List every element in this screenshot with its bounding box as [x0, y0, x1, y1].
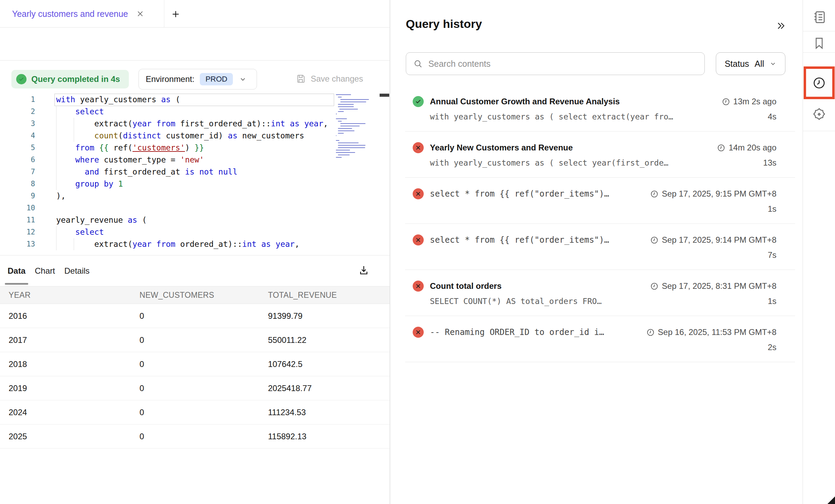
minimap-line	[336, 114, 337, 114]
error-x-icon	[413, 188, 424, 199]
history-item[interactable]: -- Renaming ORDER_ID to order_id i…Sep 1…	[405, 316, 795, 362]
query-history-list: Annual Customer Growth and Revenue Analy…	[405, 85, 795, 362]
sql-editor[interactable]: 12345678910111213 with yearly_customers …	[0, 92, 390, 255]
editor-scrollbar-thumb[interactable]	[380, 94, 389, 97]
minimap-line	[338, 155, 350, 155]
minimap-line	[340, 123, 365, 124]
table-row: 2016091399.79	[0, 304, 390, 328]
collapse-panel-icon[interactable]	[773, 19, 788, 33]
resize-handle[interactable]	[827, 496, 835, 504]
close-tab-icon[interactable]	[134, 8, 146, 20]
query-status-text: Query completed in 4s	[31, 74, 120, 84]
error-x-icon	[413, 142, 424, 153]
indent-guide	[74, 238, 74, 250]
minimap-line	[338, 121, 341, 122]
notebook-icon[interactable]	[811, 9, 827, 25]
code-line: group by 1	[56, 178, 328, 190]
right-icon-rail	[803, 0, 835, 504]
chevron-down-icon	[239, 75, 247, 83]
history-item-duration: 1s	[768, 296, 776, 306]
line-number: 8	[0, 178, 35, 190]
history-item[interactable]: Yearly New Customers and Revenue14m 20s …	[405, 132, 795, 178]
table-cell: 0	[131, 359, 262, 369]
editor-code[interactable]: with yearly_customers as ( select extrac…	[56, 94, 328, 250]
column-header: TOTAL_REVENUE	[262, 291, 390, 300]
minimap-line	[338, 130, 354, 131]
minimap-line	[336, 94, 351, 95]
history-item-title: Count total orders	[430, 281, 502, 291]
history-item[interactable]: Annual Customer Growth and Revenue Analy…	[405, 85, 795, 132]
search-input[interactable]	[428, 59, 698, 69]
code-line: ),	[56, 190, 328, 202]
table-row: 20170550011.22	[0, 328, 390, 352]
editor-minimap[interactable]	[336, 94, 379, 159]
active-icon-highlight	[804, 66, 835, 99]
line-number: 6	[0, 154, 35, 166]
history-item[interactable]: select * from {{ ref("order_items")…Sep …	[405, 224, 795, 270]
search-icon	[413, 59, 423, 69]
table-cell: 2025	[0, 432, 131, 441]
minimap-line	[338, 147, 365, 148]
clock-icon	[646, 328, 655, 337]
code-line: and first_ordered_at is not null	[56, 166, 328, 178]
history-item-duration: 7s	[768, 250, 776, 260]
line-number: 2	[0, 106, 35, 118]
table-cell: 91399.79	[262, 311, 390, 321]
insight-header: BL Your saved insight Develop Run	[0, 28, 390, 61]
history-item-timestamp: Sep 16, 2025, 11:53 PM GMT+8	[646, 327, 776, 337]
history-item-timestamp: 14m 20s ago	[717, 143, 776, 153]
query-history-panel: Query history Status All Annual Customer…	[390, 0, 803, 504]
minimap-line	[336, 140, 339, 141]
dbt-icon[interactable]	[811, 106, 827, 123]
results-tab-chart[interactable]: Chart	[35, 257, 55, 285]
history-item-timestamp: Sep 17, 2025, 9:15 PM GMT+8	[650, 189, 776, 199]
clock-icon	[722, 97, 730, 106]
clock-icon	[650, 282, 659, 291]
code-line: select	[56, 226, 328, 238]
history-item[interactable]: select * from {{ ref("order_items")…Sep …	[405, 178, 795, 224]
bookmark-icon[interactable]	[811, 35, 827, 52]
minimap-line	[338, 128, 352, 129]
minimap-line	[336, 150, 350, 150]
history-item-title: select * from {{ ref("order_items")…	[430, 189, 609, 199]
history-item-title: Yearly New Customers and Revenue	[430, 143, 573, 153]
table-cell: 2019	[0, 384, 131, 393]
results-tab-details[interactable]: Details	[64, 257, 90, 285]
column-header: NEW_CUSTOMERS	[131, 291, 262, 300]
error-x-icon	[413, 327, 424, 338]
table-cell: 2017	[0, 335, 131, 345]
table-cell: 115892.13	[262, 432, 390, 441]
results-table-header: YEARNEW_CUSTOMERSTOTAL_REVENUE	[0, 286, 390, 304]
rail-divider	[803, 131, 835, 131]
editor-gutter: 12345678910111213	[0, 94, 35, 250]
environment-label: Environment:	[146, 74, 194, 84]
tab-bar: Yearly customers and revenue	[0, 0, 390, 28]
history-item-duration: 4s	[768, 112, 776, 122]
clock-icon	[650, 236, 659, 244]
code-line	[56, 202, 328, 214]
tab-yearly-customers-and-revenue[interactable]: Yearly customers and revenue	[0, 0, 164, 28]
results-tab-data[interactable]: Data	[8, 257, 25, 285]
query-history-clock-icon[interactable]	[811, 75, 827, 91]
environment-dropdown[interactable]: Environment: PROD	[138, 69, 257, 90]
status-filter-dropdown[interactable]: Status All	[716, 52, 785, 75]
history-item-timestamp: 13m 2s ago	[722, 97, 776, 106]
table-cell: 0	[131, 384, 262, 393]
download-icon[interactable]	[357, 264, 371, 277]
table-cell: 0	[131, 335, 262, 345]
clock-icon	[650, 190, 659, 198]
code-line: with yearly_customers as (	[56, 94, 328, 106]
history-item-duration: 2s	[768, 343, 776, 352]
environment-value-chip: PROD	[200, 73, 233, 85]
save-changes-button[interactable]: Save changes	[296, 70, 363, 87]
table-cell: 2016	[0, 311, 131, 321]
results-section: DataChartDetails YEARNEW_CUSTOMERSTOTAL_…	[0, 255, 390, 449]
history-item[interactable]: Count total ordersSep 17, 2025, 8:31 PM …	[405, 270, 795, 316]
search-box[interactable]	[406, 52, 705, 75]
success-check-icon	[16, 74, 27, 84]
line-number: 10	[0, 202, 35, 214]
history-item-title: -- Renaming ORDER_ID to order_id i…	[430, 327, 604, 337]
history-item-duration: 13s	[763, 158, 776, 168]
history-item-timestamp: Sep 17, 2025, 8:31 PM GMT+8	[650, 281, 776, 291]
new-tab-button[interactable]	[169, 8, 183, 21]
